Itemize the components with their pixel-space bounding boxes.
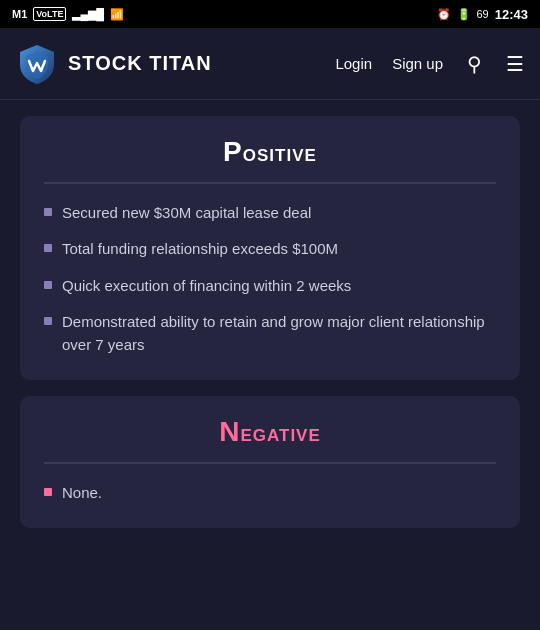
main-content: Positive Secured new $30M capital lease …	[0, 100, 540, 630]
bullet-text: Demonstrated ability to retain and grow …	[62, 311, 496, 356]
status-bar: M1 VoLTE ▂▄▆█ 📶 ⏰ 🔋 69 12:43	[0, 0, 540, 28]
logo-area: STOCK TITAN	[16, 43, 335, 85]
logo-text: STOCK TITAN	[68, 52, 212, 75]
list-item: None.	[44, 482, 496, 505]
time-display: 12:43	[495, 7, 528, 22]
bullet-marker	[44, 208, 52, 216]
menu-icon[interactable]: ☰	[506, 52, 524, 76]
bullet-text: None.	[62, 482, 102, 505]
negative-title: Negative	[44, 416, 496, 448]
list-item: Secured new $30M capital lease deal	[44, 202, 496, 225]
alarm-icon: ⏰	[437, 8, 451, 21]
search-icon[interactable]: ⚲	[467, 52, 482, 76]
volte-badge: VoLTE	[33, 7, 66, 21]
list-item: Quick execution of financing within 2 we…	[44, 275, 496, 298]
bullet-marker	[44, 281, 52, 289]
bullet-marker	[44, 488, 52, 496]
logo-icon	[16, 43, 58, 85]
status-right: ⏰ 🔋 69 12:43	[437, 7, 529, 22]
positive-bullet-list: Secured new $30M capital lease deal Tota…	[44, 202, 496, 357]
bullet-marker	[44, 317, 52, 325]
positive-card: Positive Secured new $30M capital lease …	[20, 116, 520, 380]
wifi-icon: 📶	[110, 8, 124, 21]
signup-link[interactable]: Sign up	[392, 55, 443, 72]
positive-title: Positive	[44, 136, 496, 168]
battery-level: 69	[477, 8, 489, 20]
bullet-text: Total funding relationship exceeds $100M	[62, 238, 338, 261]
login-link[interactable]: Login	[335, 55, 372, 72]
battery-icon: 🔋	[457, 8, 471, 21]
negative-divider	[44, 462, 496, 464]
negative-card: Negative None.	[20, 396, 520, 528]
bullet-text: Secured new $30M capital lease deal	[62, 202, 311, 225]
list-item: Demonstrated ability to retain and grow …	[44, 311, 496, 356]
bullet-text: Quick execution of financing within 2 we…	[62, 275, 351, 298]
navbar: STOCK TITAN Login Sign up ⚲ ☰	[0, 28, 540, 100]
bullet-marker	[44, 244, 52, 252]
nav-links: Login Sign up ⚲ ☰	[335, 52, 524, 76]
negative-bullet-list: None.	[44, 482, 496, 505]
signal-icon: ▂▄▆█	[72, 8, 104, 21]
positive-divider	[44, 182, 496, 184]
status-left: M1 VoLTE ▂▄▆█ 📶	[12, 7, 124, 21]
list-item: Total funding relationship exceeds $100M	[44, 238, 496, 261]
carrier-label: M1	[12, 8, 27, 20]
